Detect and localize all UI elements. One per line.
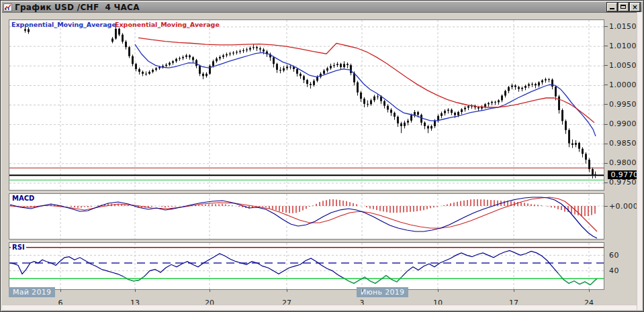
minimize-icon (610, 8, 614, 9)
window-controls: × (607, 3, 640, 11)
rsi-tick-60: 60 (609, 251, 619, 260)
close-icon: × (631, 3, 639, 11)
price-tick-label: 1.0050 (609, 61, 637, 70)
macd-zero-label: +0.000 (609, 202, 638, 211)
date-tick (287, 289, 287, 292)
price-tick (604, 26, 608, 27)
price-tick-label: 1.0150 (609, 22, 637, 31)
price-tick-label: 1.0000 (609, 81, 637, 89)
price-tick (604, 65, 608, 66)
window-title: График USD /CHF 4 ЧАСА (15, 3, 140, 12)
chart-icon (3, 3, 12, 11)
ema-fast-line (135, 44, 596, 136)
main-price-chart[interactable] (9, 19, 604, 191)
macd-chart-svg (9, 194, 604, 239)
maximize-button[interactable] (618, 3, 629, 11)
date-tick (135, 289, 136, 292)
price-tick-label: 0.9950 (609, 100, 637, 109)
date-tick (210, 289, 210, 292)
macd-line (10, 197, 597, 238)
price-tick-label: 0.9800 (609, 158, 637, 167)
title-bar[interactable]: График USD /CHF 4 ЧАСА × (2, 2, 642, 13)
rsi-chart-svg (9, 243, 604, 289)
rsi-indicator-panel[interactable] (9, 242, 604, 290)
price-tick-label: 0.9750 (609, 178, 637, 187)
macd-label: MACD (11, 195, 36, 202)
rsi-line (10, 250, 597, 284)
price-tick (604, 104, 608, 105)
date-tick (60, 289, 61, 292)
chart-window: График USD /CHF 4 ЧАСА × Exponential_Mov… (0, 0, 644, 312)
ema-slow-line (138, 38, 594, 122)
maximize-icon (620, 5, 626, 9)
price-tick (604, 124, 608, 125)
price-tick (604, 85, 608, 85)
candlestick-chart-svg (9, 20, 604, 190)
ema-fast-label: Exponential_Moving_Average (11, 21, 116, 28)
price-tick (604, 46, 608, 46)
minimize-button[interactable] (607, 3, 617, 11)
month-badge-may: Май 2019 (9, 287, 55, 297)
date-tick (438, 289, 439, 292)
macd-zero-tick (604, 206, 608, 207)
vertical-scrollbar[interactable] (637, 12, 642, 310)
price-tick (604, 163, 608, 164)
month-badge-june: Июнь 2019 (357, 287, 408, 297)
rsi-label: RSI (11, 244, 26, 251)
date-tick (589, 289, 590, 292)
price-tick-label: 0.9900 (609, 119, 637, 128)
date-tick (514, 289, 514, 292)
price-tick (604, 183, 608, 183)
close-button[interactable]: × (630, 3, 640, 11)
ema-slow-label: Exponential_Moving_Average (115, 21, 220, 28)
price-tick-label: 1.0100 (609, 42, 637, 50)
horizontal-scrollbar[interactable] (2, 305, 637, 310)
price-tick (604, 144, 608, 144)
price-tick-label: 0.9850 (609, 139, 637, 148)
date-tick (362, 289, 363, 292)
macd-indicator-panel[interactable] (9, 193, 604, 240)
rsi-tick-40: 40 (609, 266, 619, 275)
macd-signal-line (10, 197, 597, 231)
